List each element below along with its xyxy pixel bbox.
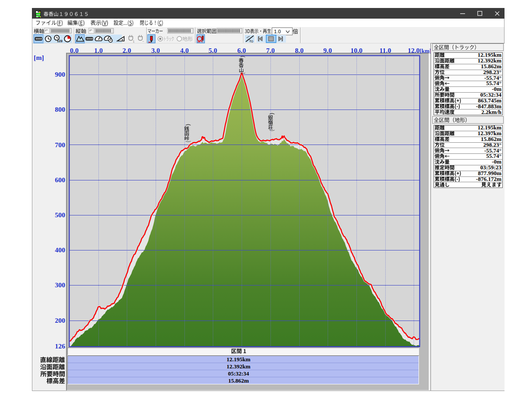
svg-text:1.0: 1.0 — [274, 29, 281, 34]
svg-text:500: 500 — [55, 211, 66, 219]
svg-text:[m]: [m] — [34, 54, 44, 61]
svg-text:1: 1 — [133, 40, 135, 43]
svg-text:3.0: 3.0 — [151, 47, 160, 54]
svg-text:1.0: 1.0 — [94, 47, 103, 54]
svg-text:7.0: 7.0 — [266, 47, 275, 54]
svg-text:0.0: 0.0 — [70, 47, 79, 54]
svg-text:-876.172m: -876.172m — [476, 175, 502, 182]
svg-text:6.0: 6.0 — [237, 47, 246, 54]
svg-text:123: 123 — [57, 39, 63, 43]
svg-text:12.0: 12.0 — [407, 47, 419, 54]
svg-text:800: 800 — [55, 106, 66, 113]
svg-text:9.0: 9.0 — [323, 47, 332, 54]
svg-text:900: 900 — [55, 70, 66, 78]
svg-text:2.0: 2.0 — [122, 47, 131, 54]
svg-text:2.2km/h: 2.2km/h — [481, 109, 502, 115]
svg-text:8.0: 8.0 — [295, 47, 304, 54]
svg-text:600: 600 — [55, 176, 66, 184]
svg-text:700: 700 — [55, 141, 66, 149]
svg-text:400: 400 — [55, 246, 66, 254]
svg-text:~: ~ — [142, 40, 144, 43]
svg-text:4.0: 4.0 — [180, 47, 189, 54]
svg-text:126: 126 — [55, 342, 66, 350]
svg-text:300: 300 — [55, 281, 66, 289]
svg-text:<0: <0 — [250, 39, 254, 43]
svg-text:200: 200 — [55, 317, 66, 324]
svg-text:[km]: [km] — [420, 48, 431, 54]
svg-text:10.0: 10.0 — [350, 47, 362, 54]
svg-text:5.0: 5.0 — [208, 47, 217, 54]
svg-text:11.0: 11.0 — [379, 47, 391, 54]
